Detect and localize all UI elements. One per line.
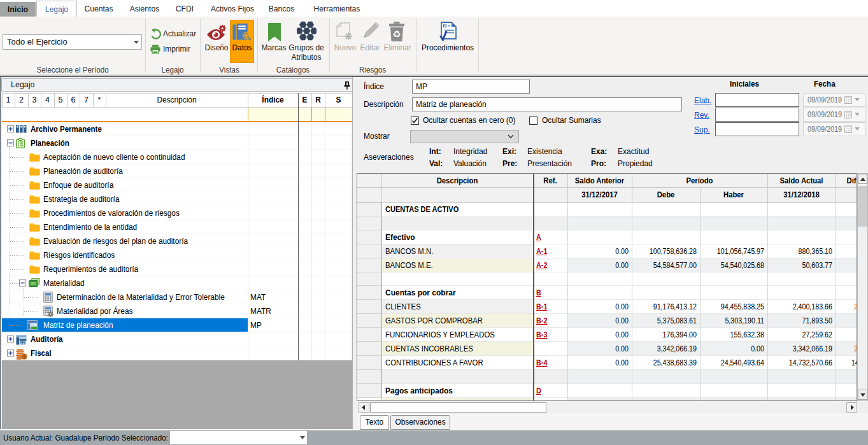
svg-text:♻: ♻ — [392, 29, 401, 39]
